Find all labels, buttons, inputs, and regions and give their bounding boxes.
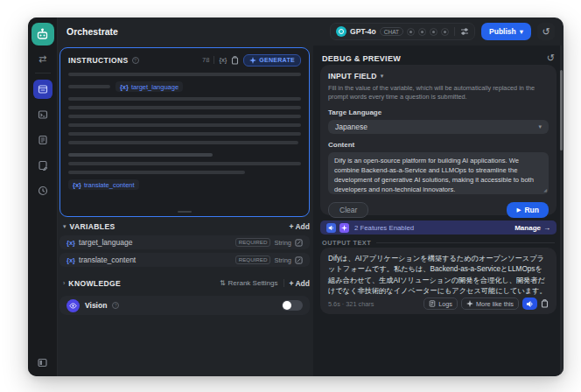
features-enabled-text: 2 Features Enabled [354,224,414,232]
chat-mode-badge: CHAT [380,27,403,36]
variable-glyph: {x} [66,239,75,247]
variable-chip-translate-content[interactable]: {x} translate_content [68,179,139,190]
scrollbar-thumb[interactable] [560,70,563,150]
chevron-down-icon[interactable]: ▾ [381,73,384,80]
variable-row-translate-content[interactable]: {x} translate_content REQUIRED String [60,253,310,267]
generate-label: GENERATE [259,57,295,63]
chevron-down-icon: ▾ [520,27,523,36]
copy-icon[interactable] [231,56,239,65]
sidebar-item-logs[interactable] [33,130,52,150]
text-to-speech-feature-icon [326,223,336,233]
instructions-title: INSTRUCTIONS [68,56,129,65]
output-text-title: OUTPUT TEXT [322,239,371,247]
skeleton-line [68,85,110,88]
info-icon[interactable]: ? [112,302,119,309]
variable-glyph: {x} [120,83,129,91]
variable-chip-label: target_language [131,83,178,91]
output-stats: 5.6s · 321 chars [328,300,374,308]
panel-resize-handle[interactable] [178,211,192,213]
insert-variable-icon[interactable]: {x} [219,56,227,64]
variable-chip-label: translate_content [84,181,135,189]
rerank-settings-button[interactable]: ⇅ Rerank Settings [220,279,278,287]
sidebar-item-annotation[interactable] [33,156,52,175]
model-settings-icon[interactable] [460,27,469,36]
redacted-prompt-text: {x} target_language {x} translate_conten… [68,66,301,209]
manage-label: Manage [514,224,541,232]
output-text: Difyは、AIアプリケーションを構築するためのオープンソースプラットフォームで… [328,254,549,297]
capability-icon-4 [441,28,449,36]
refresh-icon[interactable]: ↺ [547,52,555,64]
edit-variable-icon[interactable] [295,239,303,247]
sidebar-item-orchestrate[interactable] [33,80,52,99]
variables-header: ▾ VARIABLES + Add [63,220,310,232]
rerank-icon: ⇅ [220,279,226,287]
skeleton-line [68,141,298,144]
logs-button[interactable]: Logs [424,298,458,310]
variable-name: target_language [79,238,132,247]
eye-icon [66,299,80,312]
target-language-select[interactable]: Japanese ▾ [328,120,549,134]
variable-row-target-language[interactable]: {x} target_language REQUIRED String [60,235,310,249]
model-name: GPT-4o [350,27,376,36]
required-badge: REQUIRED [235,238,271,247]
more-like-this-button[interactable]: More like this [461,298,519,310]
input-field-description: Fill in the value of the variable, which… [328,84,549,102]
more-like-this-feature-icon [340,223,349,233]
sidebar-item-monitoring[interactable] [33,181,52,200]
more-like-this-label: More like this [476,300,514,308]
skeleton-line [68,97,301,101]
app-header: Orchestrate GPT-4o CHAT Publish ▾ ↺ [58,18,564,46]
target-language-label: Targe Language [328,108,549,116]
chevron-down-icon[interactable]: ▾ [63,223,66,230]
content-value: Dify is an open-source platform for buil… [334,157,534,193]
clear-button[interactable]: Clear [328,202,368,218]
model-selector[interactable]: GPT-4o CHAT [330,23,475,40]
skeleton-line [68,73,301,76]
history-button[interactable]: ↺ [537,23,555,40]
toolbar-divider [214,56,214,64]
switch-app-icon[interactable]: ⇄ [38,53,46,65]
sparkle-icon [466,300,473,307]
content-textarea[interactable]: Dify is an open-source platform for buil… [328,152,549,194]
variable-glyph: {x} [66,256,75,264]
add-label: Add [295,279,310,288]
copy-icon [541,299,549,308]
page-title: Orchestrate [66,26,118,37]
required-badge: REQUIRED [235,256,271,264]
skeleton-line [68,162,301,165]
vision-feature-row: Vision ? [60,296,310,315]
instructions-header: INSTRUCTIONS ? 78 {x} GENERATE [68,53,301,66]
history-icon: ↺ [542,26,550,38]
capability-icon-2 [418,28,426,36]
skeleton-line [68,123,301,127]
add-knowledge-button[interactable]: + Add [290,279,311,288]
edit-variable-icon[interactable] [295,256,303,264]
publish-button[interactable]: Publish ▾ [481,23,531,40]
features-enabled-bar[interactable]: 2 Features Enabled Manage → [320,220,556,234]
chevron-right-icon[interactable]: › [63,280,65,286]
text-to-speech-button[interactable] [522,298,537,310]
chevron-down-icon: ▾ [538,123,542,130]
variables-title: VARIABLES [70,222,116,231]
pill-divider [454,27,455,36]
resize-corner-icon[interactable]: ◢ [543,187,547,193]
sidebar-item-api-access[interactable] [33,105,52,124]
copy-output-button[interactable] [541,299,549,308]
debug-preview-title: DEBUG & PREVIEW [322,54,401,63]
plus-icon: + [290,279,294,288]
app-logo-robot-icon[interactable] [32,23,54,46]
run-button[interactable]: ▶ Run [507,202,549,218]
collapse-panel-icon[interactable] [37,357,48,368]
instructions-panel[interactable]: INSTRUCTIONS ? 78 {x} GENERATE {x} [60,47,310,217]
vision-toggle[interactable] [282,300,303,311]
output-card: Difyは、AIアプリケーションを構築するためのオープンソースプラットフォームで… [320,248,556,314]
generate-button[interactable]: GENERATE [243,54,301,66]
add-variable-button[interactable]: + Add [290,222,311,231]
plus-icon: + [290,222,294,231]
manage-features-button[interactable]: Manage → [514,224,550,232]
variable-chip-target-language[interactable]: {x} target_language [116,81,183,92]
info-icon[interactable]: ? [132,57,139,64]
run-label: Run [524,206,539,214]
skeleton-line [68,171,245,174]
sidebar: ⇄ [28,18,58,376]
